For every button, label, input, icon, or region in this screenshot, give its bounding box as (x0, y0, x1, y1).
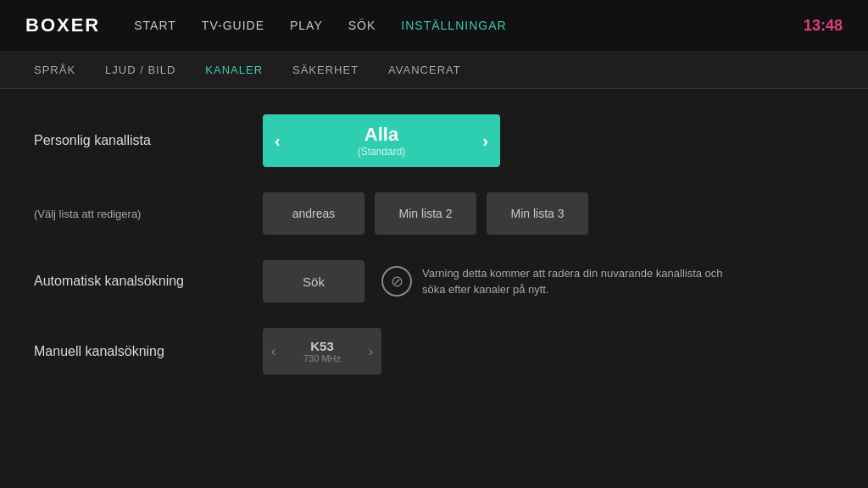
warning-icon: ⊘ (381, 266, 412, 297)
personal-list-carousel[interactable]: ‹ Alla (Standard) › (263, 114, 500, 167)
list-btn-2[interactable]: Min lista 2 (375, 192, 476, 235)
nav-sok[interactable]: SÖK (348, 19, 376, 32)
manual-search-label: Manuell kanalsökning (34, 344, 263, 359)
nav-items: START TV-GUIDE PLAY SÖK INSTÄLLNINGAR (134, 19, 804, 32)
top-navigation: BOXER START TV-GUIDE PLAY SÖK INSTÄLLNIN… (0, 0, 868, 51)
manual-frequency: 730 MHz (303, 353, 341, 363)
carousel-next-arrow[interactable]: › (482, 131, 488, 151)
subnav-kanaler[interactable]: KANALER (205, 64, 263, 76)
list-btn-3[interactable]: Min lista 3 (487, 192, 588, 235)
logo: BOXER (25, 14, 100, 36)
manual-prev-arrow[interactable]: ‹ (271, 344, 275, 359)
carousel-selected-value: Alla (364, 124, 398, 146)
carousel-prev-arrow[interactable]: ‹ (275, 131, 281, 151)
subnav-sakerhet[interactable]: SÄKERHET (292, 64, 359, 76)
nav-play[interactable]: PLAY (290, 19, 323, 32)
manual-carousel-center: K53 730 MHz (303, 339, 341, 363)
personal-list-label: Personlig kanallista (34, 133, 263, 148)
manual-search-carousel[interactable]: ‹ K53 730 MHz › (263, 328, 381, 374)
nav-start[interactable]: START (134, 19, 176, 32)
manual-channel-code: K53 (310, 339, 334, 353)
auto-search-button[interactable]: Sök (263, 260, 364, 302)
subnav-ljud-bild[interactable]: LJUD / BILD (105, 64, 175, 76)
warning-text: Varning detta kommer att radera din nuva… (422, 265, 744, 298)
sub-navigation: SPRÅK LJUD / BILD KANALER SÄKERHET AVANC… (0, 51, 868, 89)
warning-area: ⊘ Varning detta kommer att radera din nu… (381, 265, 744, 298)
list-btn-andreas[interactable]: andreas (263, 192, 364, 235)
list-selector-row: (Välj lista att redigera) andreas Min li… (34, 192, 834, 235)
main-content: Personlig kanallista ‹ Alla (Standard) ›… (0, 89, 868, 425)
auto-search-label: Automatisk kanalsökning (34, 274, 263, 289)
subnav-avancerat[interactable]: AVANCERAT (388, 64, 461, 76)
list-buttons: andreas Min lista 2 Min lista 3 (263, 192, 588, 235)
nav-installningar[interactable]: INSTÄLLNINGAR (401, 19, 506, 32)
clock-display: 13:48 (804, 17, 843, 35)
carousel-sub-text: (Standard) (358, 146, 406, 158)
manual-search-row: Manuell kanalsökning ‹ K53 730 MHz › (34, 328, 834, 374)
carousel-center: Alla (Standard) (358, 124, 406, 158)
personal-list-row: Personlig kanallista ‹ Alla (Standard) › (34, 114, 834, 167)
auto-search-row: Automatisk kanalsökning Sök ⊘ Varning de… (34, 260, 834, 302)
nav-tvguide[interactable]: TV-GUIDE (202, 19, 264, 32)
manual-next-arrow[interactable]: › (369, 344, 373, 359)
list-selector-label: (Välj lista att redigera) (34, 208, 263, 220)
subnav-sprak[interactable]: SPRÅK (34, 64, 75, 76)
